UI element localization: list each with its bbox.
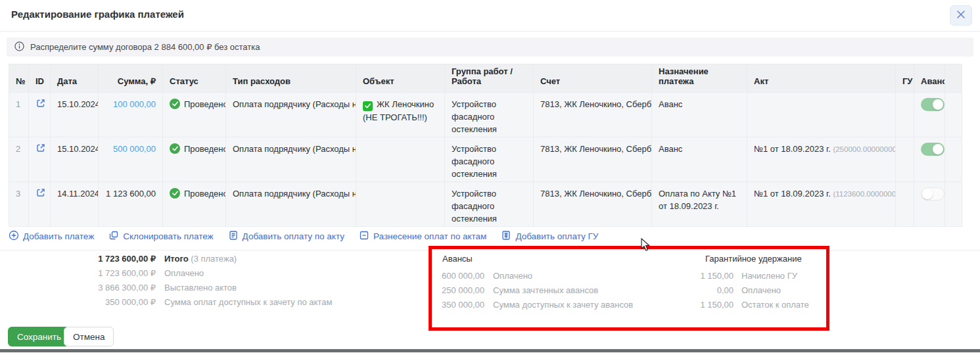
advance-toggle[interactable] — [921, 98, 945, 111]
page-title: Редактирование графика платежей — [11, 9, 184, 20]
account: 7813, ЖК Леночкино, Сберб... — [534, 182, 652, 227]
warranty-accrued-row: 1 150,00 Начислено ГУ — [697, 268, 809, 283]
payment-date: 14.11.2024 — [51, 182, 99, 227]
clone-icon — [108, 230, 119, 243]
payment-purpose: Аванс — [652, 137, 747, 182]
payment-date: 15.10.2024 — [51, 137, 99, 182]
extra-cell — [945, 182, 962, 227]
status-badge: Проведено — [170, 187, 219, 200]
check-circle-icon — [170, 99, 180, 109]
payment-amount: 1 123 600,00 — [99, 182, 163, 227]
info-text: Распределите сумму договора 2 884 600,00… — [30, 42, 260, 52]
external-link-icon[interactable] — [35, 98, 46, 112]
clone-payment-button[interactable]: Склонировать платеж — [108, 230, 213, 243]
document-icon — [228, 230, 239, 243]
payment-amount-link[interactable]: 100 000,00 — [113, 99, 156, 109]
title-divider — [0, 31, 980, 32]
advances-offset-row: 250 000,00 Сумма зачтенных авансов — [434, 283, 633, 297]
payment-purpose: Аванс — [652, 93, 747, 137]
act-label: №1 от 18.09.2023 г. — [754, 144, 831, 154]
act-label: №1 от 18.09.2023 г. — [754, 189, 831, 199]
gu-cell — [896, 137, 914, 182]
work-group: Устройство фасадного остекления — [445, 137, 534, 182]
table-row: 1 15.10.2024 100 000,00 Проведено Оплата… — [9, 93, 962, 137]
account: 7813, ЖК Леночкино, Сберб... — [534, 93, 652, 137]
payment-purpose: Оплата по Акту №1 от 18.09.2023 г. — [652, 182, 747, 227]
spread-act-payments-label: Разнесение оплат по актам — [373, 231, 486, 241]
table-row: 2 15.10.2024 500 000,00 Проведено Оплата… — [9, 137, 962, 182]
row-number: 2 — [9, 137, 29, 182]
total-label: Итого — [164, 254, 189, 264]
mouse-cursor — [641, 238, 651, 255]
save-button[interactable]: Сохранить — [8, 327, 70, 346]
col-header-account: Счет — [534, 64, 652, 93]
add-act-payment-button[interactable]: Добавить оплату по акту — [228, 230, 344, 243]
payments-table: № ID Дата Сумма, ₽ Статус Тип расходов О… — [9, 64, 962, 227]
check-circle-icon — [170, 143, 180, 154]
add-payment-label: Добавить платеж — [23, 231, 94, 241]
object-label — [356, 182, 445, 227]
payment-date: 15.10.2024 — [51, 93, 99, 137]
checked-checkbox-icon — [363, 101, 373, 111]
work-group: Устройство фасадного остекления — [445, 182, 534, 227]
expense-type: Оплата подрядчику (Расходы на ... — [226, 182, 356, 227]
cancel-button[interactable]: Отмена — [64, 327, 114, 346]
warranty-title: Гарантийное удержание — [705, 251, 809, 266]
col-header-id: ID — [29, 64, 51, 93]
clone-payment-label: Склонировать платеж — [123, 231, 213, 241]
col-header-advance: Аванс — [914, 64, 945, 93]
col-header-status: Статус — [163, 64, 226, 93]
plus-circle-icon — [9, 230, 19, 243]
expense-type: Оплата подрядчику (Расходы на ... — [226, 93, 356, 137]
warranty-remaining-row: 1 150,00 Остаток к оплате — [697, 297, 809, 312]
info-banner: Распределите сумму договора 2 884 600,00… — [7, 37, 973, 57]
row-number: 1 — [9, 93, 29, 137]
status-label: Проведено — [184, 187, 226, 200]
extra-cell — [945, 93, 962, 137]
status-label: Проведено — [184, 143, 226, 155]
col-header-expense-type: Тип расходов — [226, 64, 356, 93]
col-header-act: Акт — [747, 64, 896, 93]
advances-summary: Авансы 600 000,00 Оплачено 250 000,00 Су… — [434, 251, 633, 312]
external-link-icon[interactable] — [35, 187, 46, 201]
status-label: Проведено — [184, 98, 226, 110]
advance-toggle[interactable] — [921, 187, 945, 201]
add-gu-payment-button[interactable]: Добавить оплату ГУ — [501, 230, 598, 243]
close-button[interactable] — [950, 5, 972, 26]
col-header-date: Дата — [51, 64, 99, 93]
table-header: № ID Дата Сумма, ₽ Статус Тип расходов О… — [9, 64, 962, 93]
actions-divider — [0, 250, 980, 250]
total-value: 1 723 600,00 ₽ — [37, 254, 156, 264]
col-header-object: Объект — [356, 64, 445, 93]
document-list-icon — [501, 230, 511, 243]
col-header-amount: Сумма, ₽ — [99, 64, 163, 93]
work-group: Устройство фасадного остекления — [445, 93, 534, 137]
summary-row-acts-issued: 3 866 300,00 ₽ Выставлено актов — [37, 280, 332, 295]
advance-toggle[interactable] — [921, 143, 945, 156]
info-icon — [14, 41, 24, 53]
add-payment-button[interactable]: Добавить платеж — [9, 230, 94, 243]
total-count: (3 платежа) — [191, 254, 237, 264]
table-actions: Добавить платеж Склонировать платеж Доба… — [9, 230, 598, 243]
extra-cell — [945, 137, 962, 182]
expense-type: Оплата подрядчику (Расходы на ... — [226, 137, 356, 182]
external-link-icon[interactable] — [35, 143, 46, 156]
gu-cell — [896, 93, 914, 137]
close-icon — [956, 10, 966, 22]
bottom-edge-bar — [0, 349, 980, 352]
gu-cell — [896, 182, 914, 227]
summary-row-paid: 1 723 600,00 ₽ Оплачено — [37, 266, 332, 280]
advances-paid-row: 600 000,00 Оплачено — [434, 268, 633, 283]
table-row: 3 14.11.2024 1 123 600,00 Проведено Опла… — [9, 182, 962, 227]
warranty-paid-row: 0,00 Оплачено — [697, 283, 809, 297]
warranty-summary: Гарантийное удержание 1 150,00 Начислено… — [697, 251, 809, 312]
advances-title: Авансы — [442, 251, 633, 266]
add-act-payment-label: Добавить оплату по акту — [243, 231, 344, 241]
payment-amount-link[interactable]: 500 000,00 — [113, 144, 156, 154]
col-header-num: № — [9, 64, 29, 93]
check-circle-icon — [170, 188, 180, 199]
edit-payment-schedule-modal: Редактирование графика платежей Распреде… — [0, 0, 980, 355]
totals-summary: 1 723 600,00 ₽ Итого (3 платежа) 1 723 6… — [37, 251, 332, 309]
col-header-purpose: Назначение платежа — [652, 64, 747, 93]
spread-act-payments-button[interactable]: Разнесение оплат по актам — [359, 230, 486, 243]
